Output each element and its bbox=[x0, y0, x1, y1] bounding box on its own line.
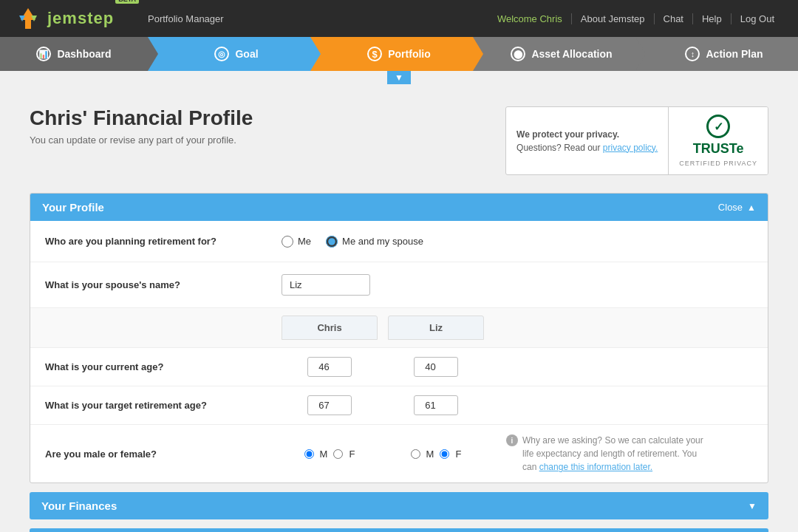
radio-me-spouse-label: Me and my spouse bbox=[342, 236, 423, 247]
retirement-for-row: Who are you planning retirement for? Me … bbox=[30, 221, 768, 262]
label-liz-f: F bbox=[455, 449, 461, 460]
gender-note: i Why are we asking? So we can calculate… bbox=[506, 434, 713, 474]
current-age-liz-input[interactable] bbox=[414, 357, 458, 377]
truste-logo: TRUSTe bbox=[693, 141, 744, 157]
step-action[interactable]: ↕ Action Plan bbox=[635, 37, 798, 71]
label-chris-f: F bbox=[349, 449, 355, 460]
privacy-subtext: Questions? Read our privacy policy. bbox=[516, 143, 658, 153]
privacy-box: We protect your privacy. Questions? Read… bbox=[505, 106, 768, 175]
radio-chris-m[interactable] bbox=[304, 449, 314, 459]
chevron-up-icon: ▲ bbox=[747, 202, 756, 213]
step-dashboard-label: Dashboard bbox=[57, 48, 111, 60]
page-header: Chris' Financial Profile You can update … bbox=[30, 106, 768, 175]
gender-liz-options: M F bbox=[411, 449, 462, 460]
step-action-label: Action Plan bbox=[706, 48, 763, 60]
step-dashboard[interactable]: 📊 Dashboard bbox=[0, 37, 148, 71]
page-title: Chris' Financial Profile bbox=[30, 106, 253, 130]
title-area: Chris' Financial Profile You can update … bbox=[30, 106, 253, 146]
top-nav-links: Welcome Chris About Jemstep Chat Help Lo… bbox=[488, 13, 783, 24]
info-icon: i bbox=[506, 434, 518, 446]
label-liz-m: M bbox=[426, 449, 434, 460]
gender-note-text: Why are we asking? So we can calculate y… bbox=[522, 434, 713, 474]
radio-liz-f[interactable] bbox=[440, 449, 449, 459]
retirement-age-row: What is your target retirement age? bbox=[30, 386, 768, 425]
retirement-age-label: What is your target retirement age? bbox=[45, 400, 282, 411]
page-subtitle: You can update or revise any part of you… bbox=[30, 134, 253, 146]
truste-icon: ✓ bbox=[706, 115, 730, 138]
brand-name: jemstep bbox=[47, 9, 114, 28]
portfolio-icon: $ bbox=[367, 47, 382, 61]
finances-title: Your Finances bbox=[41, 499, 117, 512]
gender-liz: M F bbox=[388, 449, 484, 460]
retirement-for-label: Who are you planning retirement for? bbox=[45, 236, 282, 247]
change-info-link[interactable]: change this information later. bbox=[539, 462, 652, 472]
finances-chevron-down-icon: ▼ bbox=[748, 501, 757, 511]
profile-section-title: Your Profile bbox=[42, 201, 104, 214]
radio-liz-m[interactable] bbox=[411, 449, 420, 459]
investment-section[interactable]: Your Investment Preferences ▼ bbox=[30, 528, 768, 532]
asset-icon: ⬤ bbox=[511, 47, 525, 61]
column-headers-row: Chris Liz bbox=[30, 308, 768, 348]
chat-link[interactable]: Chat bbox=[655, 13, 693, 24]
about-link[interactable]: About Jemstep bbox=[572, 13, 655, 24]
col-header-chris: Chris bbox=[282, 316, 378, 340]
retirement-age-liz-input[interactable] bbox=[414, 395, 458, 415]
beta-badge: BETA bbox=[115, 0, 139, 4]
spouse-name-row: What is your spouse's name? bbox=[30, 262, 768, 308]
gender-label: Are you male or female? bbox=[45, 449, 282, 460]
current-age-chris-input[interactable] bbox=[307, 357, 352, 377]
logout-link[interactable]: Log Out bbox=[732, 13, 783, 24]
gender-chris-options: M F bbox=[304, 449, 355, 460]
logo-icon bbox=[15, 5, 41, 32]
spouse-name-controls bbox=[282, 274, 753, 296]
top-nav: jemstep BETA Portfolio Manager Welcome C… bbox=[0, 0, 798, 37]
dashboard-icon: 📊 bbox=[36, 47, 51, 61]
dropdown-button[interactable]: ▼ bbox=[387, 71, 411, 84]
finances-section[interactable]: Your Finances ▼ bbox=[30, 492, 768, 519]
gender-chris: M F bbox=[282, 449, 378, 460]
radio-me-spouse[interactable] bbox=[326, 236, 338, 248]
retirement-for-controls: Me Me and my spouse bbox=[282, 236, 753, 248]
main-content: Chris' Financial Profile You can update … bbox=[0, 84, 798, 532]
radio-me[interactable] bbox=[282, 236, 293, 248]
truste-badge: ✓ TRUSTe CERTIFIED PRIVACY bbox=[668, 107, 768, 174]
current-age-label: What is your current age? bbox=[45, 361, 282, 372]
step-goal-label: Goal bbox=[235, 48, 258, 60]
radio-chris-f[interactable] bbox=[333, 449, 343, 459]
option-me-spouse[interactable]: Me and my spouse bbox=[326, 236, 423, 248]
step-asset-label: Asset Allocation bbox=[531, 48, 612, 60]
truste-sub: CERTIFIED PRIVACY bbox=[679, 160, 757, 167]
radio-me-label: Me bbox=[298, 236, 311, 247]
current-age-chris bbox=[282, 357, 378, 377]
option-me[interactable]: Me bbox=[282, 236, 311, 248]
current-age-liz bbox=[388, 357, 484, 377]
spouse-name-input[interactable] bbox=[282, 274, 370, 296]
goal-icon: ◎ bbox=[214, 47, 229, 61]
step-portfolio[interactable]: $ Portfolio bbox=[310, 37, 473, 71]
privacy-title: We protect your privacy. bbox=[516, 129, 619, 140]
privacy-link[interactable]: privacy policy. bbox=[603, 143, 658, 153]
privacy-text: We protect your privacy. Questions? Read… bbox=[506, 120, 668, 162]
spouse-name-label: What is your spouse's name? bbox=[45, 279, 282, 290]
dropdown-indicator: ▼ bbox=[0, 71, 798, 84]
close-button[interactable]: Close ▲ bbox=[718, 202, 756, 213]
current-age-row: What is your current age? bbox=[30, 348, 768, 386]
retirement-age-chris-input[interactable] bbox=[307, 395, 352, 415]
help-link[interactable]: Help bbox=[693, 13, 732, 24]
logo-area: jemstep BETA Portfolio Manager bbox=[15, 5, 224, 32]
step-portfolio-label: Portfolio bbox=[388, 48, 431, 60]
close-label: Close bbox=[718, 202, 743, 213]
col-header-liz: Liz bbox=[388, 316, 484, 340]
retirement-age-liz bbox=[388, 395, 484, 415]
gender-row: Are you male or female? M F M F i bbox=[30, 425, 768, 482]
action-icon: ↕ bbox=[685, 47, 700, 61]
step-asset[interactable]: ⬤ Asset Allocation bbox=[473, 37, 635, 71]
progress-bar: 📊 Dashboard ◎ Goal $ Portfolio ⬤ Asset A… bbox=[0, 37, 798, 71]
step-goal[interactable]: ◎ Goal bbox=[148, 37, 310, 71]
label-chris-m: M bbox=[320, 449, 328, 460]
portfolio-manager-label: Portfolio Manager bbox=[148, 13, 224, 24]
retirement-age-chris bbox=[282, 395, 378, 415]
your-profile-section: Your Profile Close ▲ Who are you plannin… bbox=[30, 193, 768, 483]
welcome-link[interactable]: Welcome Chris bbox=[488, 13, 572, 24]
profile-section-header: Your Profile Close ▲ bbox=[30, 194, 768, 221]
